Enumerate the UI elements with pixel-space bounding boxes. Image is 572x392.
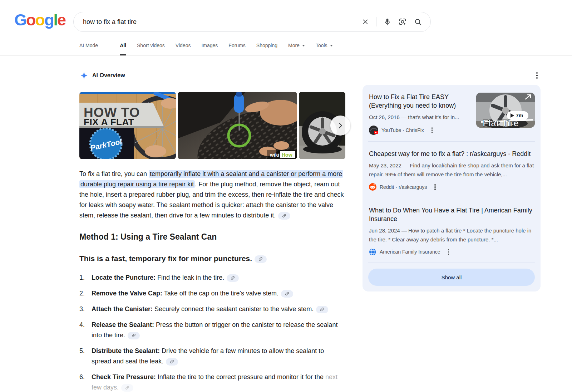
tab-videos[interactable]: Videos — [176, 35, 191, 55]
source-card-youtube: How to Fix a Flat Tire EASY (Everything … — [363, 85, 541, 141]
step-item: 5. Distribute the Sealant: Drive the veh… — [79, 346, 345, 367]
source-title[interactable]: How to Fix a Flat Tire EASY (Everything … — [369, 93, 471, 110]
step-item: 1. Locate the Puncture: Find the leak in… — [79, 273, 345, 283]
svg-text:Flat Tire: Flat Tire — [483, 118, 519, 128]
source-more-options-icon[interactable] — [430, 126, 434, 134]
chevron-down-icon — [330, 45, 333, 46]
tab-ai-mode[interactable]: AI Mode — [79, 35, 98, 55]
citation-link-icon[interactable] — [278, 212, 290, 220]
sources-panel: How to Fix a Flat Tire EASY (Everything … — [363, 85, 541, 291]
tab-divider — [109, 41, 109, 50]
search-icon[interactable] — [413, 17, 423, 26]
source-snippet: Oct 26, 2016 — that's what it's for in..… — [369, 113, 471, 122]
ai-sparkle-icon — [79, 71, 89, 80]
source-snippet: Jun 28, 2024 — How to patch a flat tire … — [369, 226, 535, 244]
citation-link-icon[interactable] — [227, 274, 239, 282]
citation-link-icon[interactable] — [121, 384, 133, 392]
tab-all[interactable]: All — [120, 35, 126, 55]
source-snippet: May 23, 2022 — Find any local/chain tire… — [369, 161, 535, 179]
source-name[interactable]: Reddit · r/askcarguys — [380, 184, 427, 190]
ai-summary-paragraph: To fix a flat tire, you can temporarily … — [79, 169, 345, 221]
google-results-page: Google how to fix a flat tire — [0, 0, 572, 392]
logo-letter: l — [54, 11, 58, 29]
svg-text:How: How — [282, 152, 292, 158]
step-item: 2. Remove the Valve Cap: Take off the ca… — [79, 288, 345, 299]
source-more-options-icon[interactable] — [433, 183, 437, 191]
show-all-button[interactable]: Show all — [368, 269, 535, 286]
step-text: Take off the cap on the tire's valve ste… — [164, 290, 278, 297]
logo-letter: g — [44, 11, 54, 29]
tabs-bar: AI Mode All Short videos Videos Images F… — [0, 35, 572, 56]
citation-link-icon[interactable] — [255, 255, 267, 263]
svg-text:FIX A FLAT: FIX A FLAT — [84, 117, 134, 127]
ai-overview-label: AI Overview — [92, 72, 125, 79]
logo-letter: G — [14, 11, 26, 29]
step-number: 2. — [79, 288, 89, 299]
step-text: Securely connect the sealant canister to… — [154, 305, 314, 313]
step-text: Inflate the tire to the correct pressure… — [158, 373, 324, 381]
source-title[interactable]: What to Do When You Have a Flat Tire | A… — [369, 206, 535, 223]
source-more-options-icon[interactable] — [447, 248, 451, 256]
source-card-reddit: Cheapest way for me to fix a flat? : r/a… — [363, 142, 541, 198]
video-thumbnail[interactable]: 7m Flat Tire — [476, 93, 535, 128]
source-name[interactable]: YouTube · ChrisFix — [381, 127, 424, 133]
divider — [368, 263, 535, 263]
mic-icon[interactable] — [383, 17, 392, 26]
source-name[interactable]: American Family Insurance — [380, 249, 440, 255]
image-carousel: HOW TO FIX A FLAT ParkTool — [79, 92, 345, 159]
step-title: Check Tire Pressure: — [92, 373, 156, 381]
logo-letter: e — [57, 11, 65, 29]
step-title: Remove the Valve Cap: — [92, 290, 162, 297]
step-number: 4. — [79, 320, 89, 340]
carousel-next-button[interactable] — [330, 116, 350, 136]
tab-more[interactable]: More — [288, 35, 305, 55]
step-number: 5. — [79, 346, 89, 367]
chevron-down-icon — [302, 45, 305, 46]
method-heading: Method 1: Using a Tire Sealant Can — [79, 232, 345, 242]
carousel-image-wikihow-plug[interactable]: wiki How — [178, 92, 297, 159]
steps-list: 1. Locate the Puncture: Find the leak in… — [79, 273, 345, 392]
tab-short-videos[interactable]: Short videos — [137, 35, 165, 55]
source-card-amfam: What to Do When You Have a Flat Tire | A… — [363, 198, 541, 263]
logo-letter: o — [35, 11, 45, 29]
google-logo[interactable]: Google — [14, 11, 65, 29]
lens-camera-icon[interactable] — [398, 17, 407, 26]
step-title: Locate the Puncture: — [92, 274, 156, 281]
step-title: Release the Sealant: — [92, 321, 154, 328]
step-title: Attach the Canister: — [92, 305, 153, 313]
step-number: 1. — [79, 273, 89, 283]
ai-overview-more-options-icon[interactable] — [535, 71, 539, 80]
globe-icon — [369, 248, 376, 256]
search-bar-divider — [376, 17, 376, 26]
youtube-channel-avatar — [369, 126, 378, 135]
carousel-image-parktool[interactable]: HOW TO FIX A FLAT ParkTool — [79, 92, 176, 159]
step-title: Distribute the Sealant: — [92, 347, 160, 354]
ai-overview-panel: AI Overview HOW — [79, 71, 345, 392]
method-lead: This is a fast, temporary fix for minor … — [79, 254, 345, 263]
tab-images[interactable]: Images — [201, 35, 218, 55]
svg-text:wiki: wiki — [270, 152, 279, 158]
citation-link-icon[interactable] — [128, 332, 140, 339]
step-item: 6. Check Tire Pressure: Inflate the tire… — [79, 372, 345, 392]
step-number: 6. — [79, 372, 89, 392]
step-text: Find the leak in the tire. — [157, 274, 224, 281]
step-item: 4. Release the Sealant: Press the button… — [79, 320, 345, 340]
citation-link-icon[interactable] — [316, 306, 328, 313]
step-number: 3. — [79, 304, 89, 314]
tab-forums[interactable]: Forums — [228, 35, 245, 55]
search-bar[interactable]: how to fix a flat tire — [73, 12, 431, 32]
citation-link-icon[interactable] — [166, 358, 178, 366]
citation-link-icon[interactable] — [281, 290, 293, 298]
paragraph-text: To fix a flat tire, you can — [79, 170, 149, 177]
tab-tools[interactable]: Tools — [316, 35, 333, 55]
clear-icon[interactable] — [361, 17, 370, 26]
source-title[interactable]: Cheapest way for me to fix a flat? : r/a… — [369, 150, 535, 158]
step-item: 3. Attach the Canister: Securely connect… — [79, 304, 345, 314]
logo-letter: o — [26, 11, 35, 29]
tab-shopping[interactable]: Shopping — [256, 35, 277, 55]
search-input[interactable]: how to fix a flat tire — [83, 18, 361, 26]
search-header: Google how to fix a flat tire — [0, 0, 572, 35]
reddit-icon — [369, 183, 376, 191]
